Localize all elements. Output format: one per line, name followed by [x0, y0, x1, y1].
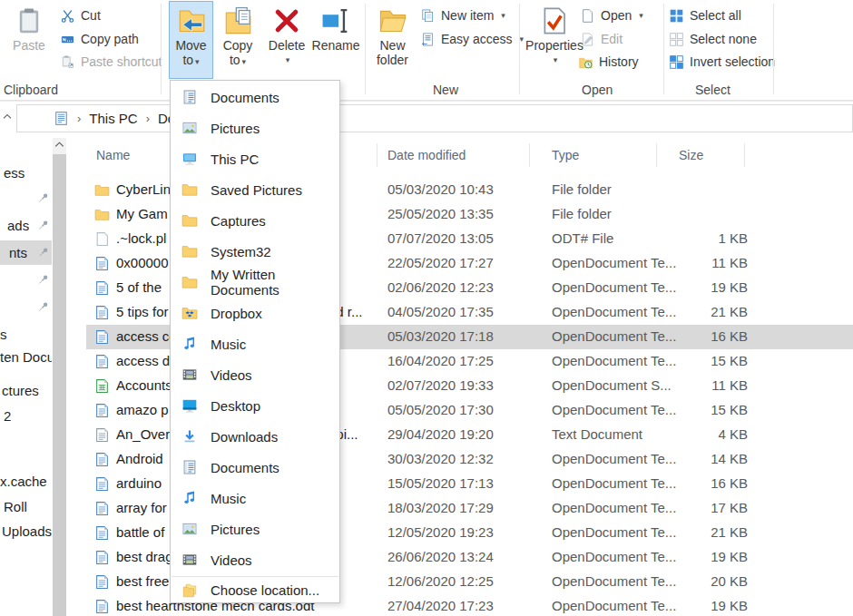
column-divider[interactable] — [529, 143, 530, 167]
odt-file-icon — [94, 329, 110, 345]
menu-item-music[interactable]: Music — [171, 483, 339, 513]
pin-icon — [37, 246, 50, 259]
new-group-label: New — [433, 83, 458, 97]
file-size: 20 KB — [657, 573, 748, 589]
menu-item-label: Saved Pictures — [211, 182, 302, 198]
file-date: 05/03/2020 10:43 — [387, 181, 494, 197]
file-name: An_Over — [116, 426, 170, 442]
file-date: 18/03/2020 17:29 — [387, 500, 494, 515]
videos-icon — [181, 552, 198, 568]
open-label: Open — [601, 8, 632, 23]
navigation-pane: essadsntssten Docuctures2x.cacheRollUplo… — [0, 133, 53, 616]
menu-item-label: Videos — [211, 367, 252, 383]
menu-item-label: Downloads — [211, 429, 278, 445]
menu-item-choose-location[interactable]: Choose location... — [171, 578, 339, 602]
menu-item-label: Videos — [211, 552, 252, 568]
menu-item-system32[interactable]: System32 — [171, 236, 339, 267]
paste-shortcut-icon — [60, 54, 75, 70]
file-date: 22/05/2020 17:27 — [387, 255, 494, 270]
pictures-library-icon — [181, 120, 198, 136]
menu-item-label: Documents — [211, 90, 279, 105]
scissors-icon — [60, 8, 75, 24]
file-date: 04/05/2020 17:35 — [387, 304, 494, 319]
odt-file-icon — [94, 550, 110, 565]
sidebar-item[interactable]: ess — [4, 165, 52, 183]
open-button[interactable]: Open▾ — [580, 5, 643, 26]
sidebar-item[interactable]: x.cache — [0, 474, 52, 492]
menu-item-this-pc[interactable]: This PC — [171, 143, 339, 174]
copy-to-label2: to▾ — [230, 53, 246, 69]
invert-selection-icon — [669, 54, 684, 70]
file-date: 16/04/2020 17:25 — [387, 353, 494, 368]
paste-button[interactable]: Paste — [5, 2, 53, 78]
sidebar-item[interactable]: ten Docu — [0, 349, 52, 367]
menu-item-label: Music — [211, 337, 246, 352]
file-date: 29/04/2020 19:20 — [387, 426, 494, 442]
sidebar-item[interactable]: s — [0, 327, 52, 345]
menu-item-saved-pictures[interactable]: Saved Pictures — [171, 174, 339, 205]
menu-item-my-written-documents[interactable]: My Written Documents — [171, 267, 339, 298]
column-header-name[interactable]: Name — [96, 148, 130, 162]
select-none-button[interactable]: Select none — [669, 28, 757, 50]
move-to-button[interactable]: Move to▾ — [169, 1, 213, 79]
menu-item-pictures[interactable]: Pictures — [171, 112, 339, 143]
dropbox-icon — [181, 305, 198, 321]
edit-button[interactable]: Edit — [580, 28, 623, 50]
copy-to-button[interactable]: Copy to▾ — [216, 2, 260, 78]
history-button[interactable]: History — [578, 51, 639, 73]
easy-access-button[interactable]: Easy access▾ — [420, 28, 524, 50]
scrollbar-thumb[interactable] — [53, 154, 66, 616]
menu-item-documents[interactable]: Documents — [171, 82, 339, 112]
sidebar-item[interactable]: Roll — [4, 499, 52, 517]
copy-path-button[interactable]: Copy path — [60, 28, 139, 50]
move-to-label2: to▾ — [182, 53, 199, 69]
properties-label: Properties — [525, 38, 583, 53]
copy-to-icon — [222, 5, 253, 36]
sidebar-item[interactable]: Uploads — [2, 523, 52, 542]
menu-item-label: Captures — [211, 213, 266, 229]
breadcrumb[interactable]: › This PC › Documents — [16, 104, 853, 132]
menu-item-videos[interactable]: Videos — [171, 544, 339, 575]
properties-button[interactable]: Properties ▾ — [529, 2, 580, 78]
new-item-icon — [420, 8, 436, 24]
menu-item-documents[interactable]: Documents — [171, 452, 339, 483]
menu-item-downloads[interactable]: Downloads — [171, 421, 339, 452]
column-header-type[interactable]: Type — [552, 148, 579, 162]
edit-label: Edit — [601, 32, 623, 46]
breadcrumb-this-pc[interactable]: This PC — [89, 111, 137, 126]
column-divider[interactable] — [377, 143, 377, 167]
history-label: History — [599, 54, 639, 69]
file-date: 25/05/2020 13:35 — [387, 206, 494, 221]
column-header-date[interactable]: Date modified — [387, 148, 466, 162]
music-icon — [181, 336, 198, 352]
copy-path-icon — [60, 32, 75, 47]
file-type: Text Document — [552, 426, 642, 442]
column-header-size[interactable]: Size — [679, 148, 703, 162]
menu-item-pictures[interactable]: Pictures — [171, 513, 339, 544]
select-all-icon — [669, 8, 684, 24]
column-divider[interactable] — [656, 143, 657, 167]
nav-up-icon[interactable] — [1, 111, 14, 123]
invert-selection-button[interactable]: Invert selection — [669, 51, 775, 73]
scrollbar-up-icon[interactable] — [53, 138, 66, 152]
sidebar-item[interactable]: ctures — [2, 383, 52, 401]
select-all-button[interactable]: Select all — [669, 5, 741, 26]
column-divider[interactable] — [744, 143, 745, 167]
new-folder-button[interactable]: New folder — [368, 2, 417, 78]
new-item-button[interactable]: New item▾ — [420, 5, 505, 26]
menu-item-desktop[interactable]: Desktop — [171, 390, 339, 421]
rename-button[interactable]: Rename — [311, 2, 360, 78]
menu-item-videos[interactable]: Videos — [171, 359, 339, 390]
menu-item-music[interactable]: Music — [171, 328, 339, 359]
sidebar-item[interactable]: 2 — [4, 408, 52, 426]
odt-file-icon — [94, 574, 110, 590]
cut-button[interactable]: Cut — [60, 5, 101, 26]
delete-button[interactable]: Delete ▾ — [264, 2, 309, 78]
odt-file-icon — [94, 452, 110, 467]
menu-item-dropbox[interactable]: Dropbox — [171, 298, 339, 328]
menu-item-captures[interactable]: Captures — [171, 205, 339, 236]
file-name: amazo p — [116, 402, 169, 417]
file-name: array for — [116, 500, 167, 515]
sidebar-scrollbar[interactable] — [53, 138, 66, 616]
paste-shortcut-button[interactable]: Paste shortcut — [60, 51, 162, 73]
